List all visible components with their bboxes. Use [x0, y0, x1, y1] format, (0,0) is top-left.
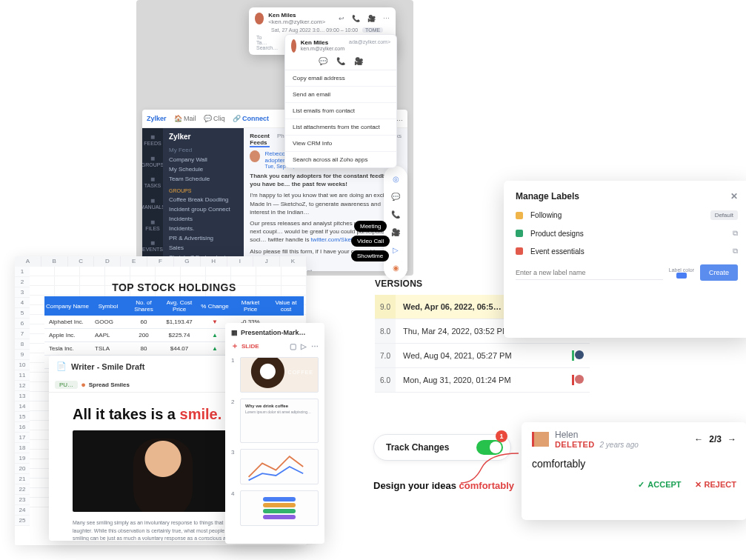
sidebar-group-4[interactable]: PR & Advertising — [169, 233, 238, 243]
rail-events[interactable]: EVENTS — [142, 239, 163, 253]
slide-thumb[interactable]: 3 — [231, 449, 319, 484]
sidebar-myfeed[interactable]: My Feed — [169, 145, 238, 155]
sugg-avatar — [532, 432, 549, 447]
email-name: Ken Miles — [268, 12, 296, 19]
slide-thumb[interactable]: 1COFFEE — [231, 357, 319, 393]
sidebar-section-groups: Groups — [169, 188, 238, 193]
version-row[interactable]: 6.0Mon, Aug 31, 2020, 01:24 PM — [375, 368, 590, 393]
rail-groups[interactable]: GROUPS — [142, 154, 164, 168]
sheet-row-headers: 1234567891011121314151617181920212223242… — [15, 267, 30, 526]
contact-email: ken.m@zylker.com — [301, 46, 344, 51]
rail-files[interactable]: FILES — [145, 218, 159, 232]
label-row[interactable]: Product designs⧉ — [516, 229, 738, 238]
zylker-brand: Zylker — [147, 115, 167, 122]
add-slide-icon[interactable]: ＋ — [231, 341, 239, 351]
add-slide-label[interactable]: SLIDE — [242, 343, 259, 350]
menu-list-emails[interactable]: List emails from contact — [285, 103, 396, 119]
new-label-input[interactable] — [516, 266, 663, 280]
qa-present-icon[interactable]: ▷ — [389, 243, 402, 256]
contact-context-menu: Copy email address Send an email List em… — [285, 70, 396, 167]
pill-videocall[interactable]: Video Call — [351, 236, 390, 247]
topnav-mail[interactable]: 🏠 Mail — [174, 115, 196, 122]
post-avatar[interactable] — [250, 150, 260, 162]
phone-icon[interactable]: 📞 — [352, 15, 360, 22]
writer-title: Writer - Smile Draft — [71, 362, 144, 371]
topnav-cliq[interactable]: 💬 Cliq — [204, 115, 225, 122]
qa-record-icon[interactable]: ◉ — [389, 261, 402, 274]
sidebar-title: Zylker — [169, 133, 238, 141]
rail-tasks[interactable]: TASKS — [144, 175, 161, 189]
doc-icon: 📄 — [56, 361, 67, 371]
sugg-counter: 2/3 — [709, 434, 722, 444]
reject-button[interactable]: REJECT — [695, 480, 736, 490]
more-tools-icon[interactable]: ⋯ — [311, 342, 319, 350]
track-changes-toggle[interactable]: Track Changes 1 — [373, 434, 511, 461]
pill-meeting[interactable]: Meeting — [354, 221, 387, 232]
qa-chat-icon[interactable]: 💬 — [389, 190, 402, 203]
stock-header-row: Company NameSymbolNo. of SharesAvg. Cost… — [44, 296, 304, 316]
presentation-panel: ▦Presentation-Mark… ＋ SLIDE ▢ ▷ ⋯ 1COFFE… — [225, 323, 324, 544]
sidebar-my-schedule[interactable]: My Schedule — [169, 164, 238, 174]
email-meta-date: Sat, 27 Aug 2022 3:0… 09:00 – 10:00 — [271, 27, 358, 33]
play-icon[interactable]: ▷ — [301, 342, 307, 350]
menu-search-zoho[interactable]: Search across all Zoho apps — [285, 152, 396, 167]
accept-button[interactable]: ACCEPT — [638, 480, 681, 490]
slide-thumb[interactable]: 4 — [231, 490, 319, 526]
sugg-prev-icon[interactable]: ← — [694, 434, 703, 444]
contact-chat-icon[interactable]: 💬 — [319, 57, 327, 65]
sidebar-company-wall[interactable]: Company Wall — [169, 155, 238, 164]
version-row[interactable]: 7.0Wed, Aug 04, 2021, 05:27 PM — [375, 344, 590, 368]
presentation-title: Presentation-Mark… — [241, 329, 306, 336]
track-changes-badge: 1 — [496, 430, 507, 442]
sugg-next-icon[interactable]: → — [727, 434, 736, 444]
label-row[interactable]: Event essentials⧉ — [516, 247, 738, 256]
sidebar-team-schedule[interactable]: Team Schedule — [169, 174, 238, 184]
sidebar-group-0[interactable]: Coffee Break Doodling — [169, 195, 238, 204]
writer-brand: Spread Smiles — [89, 381, 130, 388]
contact-name: Ken Miles — [301, 39, 344, 46]
toggle-switch[interactable] — [476, 440, 503, 455]
more-icon[interactable]: ⋯ — [383, 15, 390, 22]
sheet-col-headers: ABCDEFGHIJK — [15, 256, 307, 267]
menu-send-email[interactable]: Send an email — [285, 87, 396, 103]
sidebar-group-1[interactable]: Incident group Connect — [169, 204, 238, 214]
zylker-sidebar: Zylker My Feed Company Wall My Schedule … — [163, 128, 244, 271]
qa-video-icon[interactable]: 🎥 — [389, 225, 402, 239]
quick-action-rail: ◎ 💬 📞 🎥 ▷ ◉ — [384, 166, 407, 280]
contact-card: Ken Miles ken.m@zylker.com ada@zylker.co… — [284, 34, 397, 168]
sidebar-group-5[interactable]: Sales — [169, 243, 238, 253]
email-pill: TOME — [362, 27, 383, 33]
writer-status-chip[interactable]: PU… — [55, 381, 78, 389]
email-addr: <ken.m@zylker.com> — [268, 19, 325, 25]
sidebar-group-3[interactable]: Incidents. — [169, 224, 238, 233]
tab-recent[interactable]: Recent Feeds — [250, 133, 270, 147]
labels-close-icon[interactable]: ✕ — [730, 191, 738, 201]
contact-phone-icon[interactable]: 📞 — [336, 57, 345, 65]
layout-icon[interactable]: ▢ — [290, 342, 296, 350]
presentation-icon: ▦ — [231, 329, 238, 336]
menu-copy-email[interactable]: Copy email address — [285, 70, 396, 87]
post-p1: Thank you early adopters for the constan… — [250, 173, 396, 187]
reply-all-icon[interactable]: ↩︎ — [339, 15, 344, 22]
sugg-user: Helen — [555, 430, 639, 440]
menu-view-crm[interactable]: View CRM Info — [285, 136, 396, 152]
menu-list-attachments[interactable]: List attachments from the contact — [285, 119, 396, 136]
create-label-button[interactable]: Create — [700, 264, 738, 281]
manage-labels-popup: Manage Labels ✕ FollowingDefaultProduct … — [504, 181, 746, 338]
stock-title: TOP STOCK HOLDINGS — [44, 281, 304, 293]
qa-audio-icon[interactable]: 📞 — [389, 207, 402, 221]
sidebar-group-2[interactable]: Incidents — [169, 214, 238, 224]
email-avatar — [255, 13, 264, 24]
contact-video-icon[interactable]: 🎥 — [354, 57, 363, 65]
contact-domain-hint: ada@zylker.com> — [349, 39, 390, 53]
rail-manuals[interactable]: MANUALS — [142, 196, 165, 210]
qa-activity-icon[interactable]: ◎ — [389, 172, 402, 185]
slide-thumb[interactable]: 2Why we drink coffeeLorem ipsum dolor si… — [231, 399, 319, 443]
rail-feeds[interactable]: FEEDS — [144, 133, 161, 147]
pill-showtime[interactable]: Showtime — [351, 250, 389, 261]
labels-title: Manage Labels — [516, 191, 579, 201]
topnav-connect[interactable]: 🔗 Connect — [233, 115, 270, 122]
label-row[interactable]: FollowingDefault — [516, 210, 738, 220]
label-color-picker[interactable]: Label color — [669, 267, 694, 279]
video-icon[interactable]: 🎥 — [367, 15, 376, 22]
